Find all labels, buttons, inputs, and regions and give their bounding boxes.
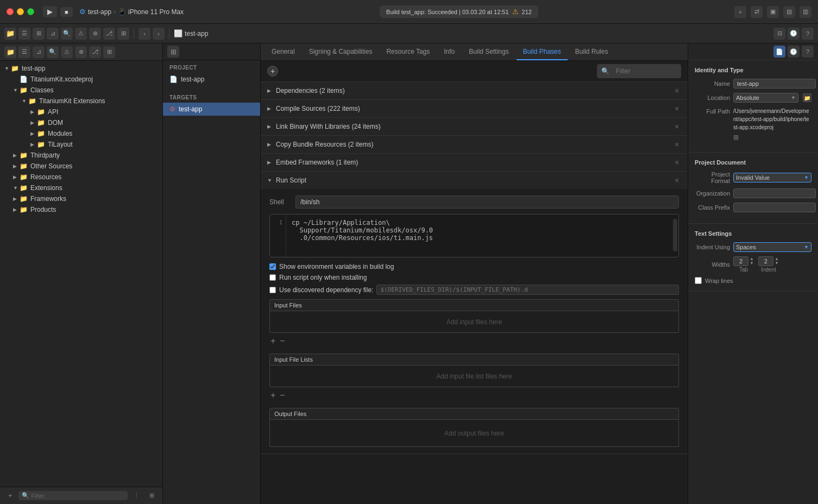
sidebar-item-frameworks[interactable]: ▶ 📁 Frameworks xyxy=(0,193,162,204)
tab-build-rules[interactable]: Build Rules xyxy=(569,43,615,60)
use-dependency-checkbox[interactable] xyxy=(269,287,276,293)
sidebar-item-classes[interactable]: ▼ 📁 Classes xyxy=(0,85,162,96)
run-button[interactable]: ▶ xyxy=(43,6,57,17)
sidebar-warning-icon[interactable]: ⚠ xyxy=(61,46,73,58)
tab-down-arrow-icon[interactable]: ▼ xyxy=(750,261,754,266)
sidebar-item-thirdparty[interactable]: ▶ 📁 Thirdparty xyxy=(0,150,162,161)
sidebar-item-modules[interactable]: ▶ 📁 Modules xyxy=(0,128,162,139)
sidebar-filter-box[interactable]: 🔍 Filter xyxy=(18,491,128,500)
stop-button[interactable]: ■ xyxy=(60,7,73,17)
layout3-icon[interactable]: ▥ xyxy=(800,6,811,18)
phase-dependencies-header[interactable]: ▶ Dependencies (2 items) × xyxy=(261,82,688,99)
tab-general[interactable]: General xyxy=(265,43,301,60)
project-format-select[interactable]: Invalid Value ▼ xyxy=(733,173,811,182)
phase-close-icon[interactable]: × xyxy=(672,86,681,95)
organization-input[interactable] xyxy=(733,188,816,198)
sidebar-grid-icon[interactable]: ⊞ xyxy=(103,46,115,58)
script-scrollbar[interactable] xyxy=(673,219,677,251)
nav-back-icon[interactable]: ‹ xyxy=(139,28,150,40)
folder-nav-icon[interactable]: 📁 xyxy=(4,28,16,40)
nav-target-item[interactable]: ⚙ test-app xyxy=(163,103,260,116)
sidebar-list-icon[interactable]: ☰ xyxy=(18,46,30,58)
phase-close-icon[interactable]: × xyxy=(672,104,681,113)
wrap-lines-checkbox[interactable] xyxy=(695,277,702,284)
dependency-path-input[interactable] xyxy=(376,285,679,295)
tab-info[interactable]: Info xyxy=(437,43,461,60)
sidebar-item-products[interactable]: ▶ 📁 Products xyxy=(0,204,162,215)
sidebar-item-tilayout[interactable]: ▶ 📁 TiLayout xyxy=(0,139,162,150)
filter-icon[interactable]: ⊿ xyxy=(47,28,59,40)
nav-forward-icon[interactable]: › xyxy=(153,28,165,40)
sidebar-folder-icon[interactable]: 📁 xyxy=(4,46,16,58)
show-env-checkbox[interactable] xyxy=(269,263,276,270)
sort-button[interactable]: ⋮ xyxy=(130,490,143,501)
fullscreen-button[interactable] xyxy=(27,8,34,15)
browse-button[interactable]: 📁 xyxy=(803,93,811,102)
tab-width-input[interactable] xyxy=(733,256,748,266)
sidebar-error-icon[interactable]: ⊗ xyxy=(75,46,87,58)
sidebar-item-api[interactable]: ▶ 📁 API xyxy=(0,106,162,117)
hierarchy-icon[interactable]: ⊞ xyxy=(33,28,45,40)
sidebar-item-titaniumkit-ext[interactable]: ▼ 📁 TitaniumKit Extensions xyxy=(0,96,162,106)
layout2-icon[interactable]: ▤ xyxy=(783,6,795,18)
nav-grid-icon[interactable]: ⊞ xyxy=(167,46,179,58)
phase-link-header[interactable]: ▶ Link Binary With Libraries (24 items) … xyxy=(261,118,688,135)
grid-icon[interactable]: ⊞ xyxy=(117,28,129,40)
location-select[interactable]: Absolute ▼ xyxy=(733,93,798,103)
class-prefix-input[interactable] xyxy=(733,203,816,212)
search-icon[interactable]: 🔍 xyxy=(61,28,73,40)
phase-copy-header[interactable]: ▶ Copy Bundle Resources (2 items) × xyxy=(261,136,688,153)
phase-close-icon[interactable]: × xyxy=(672,158,681,167)
inspector-panel-icon[interactable]: ⊟ xyxy=(773,28,785,40)
indent-using-select[interactable]: Spaces ▼ xyxy=(733,242,811,252)
sidebar-item-resources[interactable]: ▶ 📁 Resources xyxy=(0,172,162,182)
warning-filter-icon[interactable]: ⚠ xyxy=(75,28,87,40)
tab-build-settings[interactable]: Build Settings xyxy=(462,43,515,60)
name-input[interactable] xyxy=(733,79,816,89)
error-filter-icon[interactable]: ⊗ xyxy=(89,28,101,40)
branch-icon[interactable]: ⎇ xyxy=(103,28,115,40)
phase-compile-header[interactable]: ▶ Compile Sources (222 items) × xyxy=(261,100,688,117)
nav-project-item[interactable]: 📄 test-app xyxy=(163,73,260,86)
tab-build-phases[interactable]: Build Phases xyxy=(517,43,568,60)
tab-resource-tags[interactable]: Resource Tags xyxy=(380,43,436,60)
phase-close-icon[interactable]: × xyxy=(672,176,681,185)
layout1-icon[interactable]: ▣ xyxy=(767,6,779,18)
add-input-file-button[interactable]: + xyxy=(269,336,276,346)
sidebar-item-dom[interactable]: ▶ 📁 DOM xyxy=(0,117,162,128)
reveal-in-finder-icon[interactable]: ⊞ xyxy=(733,134,739,141)
close-button[interactable] xyxy=(7,8,14,15)
sidebar-filter-icon[interactable]: ⊿ xyxy=(33,46,45,58)
add-button[interactable]: + xyxy=(734,6,746,18)
remove-input-list-button[interactable]: − xyxy=(279,390,286,400)
script-editor[interactable]: 1 cp ~/Library/Application\ Support/Tita… xyxy=(269,214,679,257)
hierarchy-button[interactable]: ⊞ xyxy=(146,490,158,501)
phase-run-script-header[interactable]: ▼ Run Script × xyxy=(261,172,688,189)
clock-icon[interactable]: 🕐 xyxy=(788,28,800,40)
sidebar-item-extensions[interactable]: ▼ 📁 Extensions xyxy=(0,182,162,193)
swap-icon[interactable]: ⇄ xyxy=(751,6,763,18)
help-icon[interactable]: ? xyxy=(802,28,814,40)
sidebar-item-test-app-root[interactable]: ▼ 📁 test-app xyxy=(0,63,162,74)
rp-clock-icon[interactable]: 🕐 xyxy=(788,46,800,58)
add-phase-button[interactable]: + xyxy=(267,66,278,77)
remove-input-file-button[interactable]: − xyxy=(279,336,286,346)
add-file-button[interactable]: + xyxy=(4,490,16,501)
shell-input[interactable] xyxy=(295,196,679,209)
sidebar-item-titaniumkit[interactable]: ▶ 📄 TitaniumKit.xcodeproj xyxy=(0,74,162,85)
phase-close-icon[interactable]: × xyxy=(672,140,681,149)
sidebar-search-icon[interactable]: 🔍 xyxy=(47,46,59,58)
list-view-icon[interactable]: ☰ xyxy=(18,28,30,40)
minimize-button[interactable] xyxy=(17,8,24,15)
tab-signing[interactable]: Signing & Capabilities xyxy=(303,43,379,60)
sidebar-item-other-sources[interactable]: ▶ 📁 Other Sources xyxy=(0,161,162,172)
sidebar-branch-icon[interactable]: ⎇ xyxy=(89,46,101,58)
add-input-list-button[interactable]: + xyxy=(269,390,276,400)
indent-width-input[interactable] xyxy=(758,256,773,266)
run-when-installing-checkbox[interactable] xyxy=(269,274,276,281)
phase-embed-header[interactable]: ▶ Embed Frameworks (1 item) × xyxy=(261,154,688,171)
rp-help-icon[interactable]: ? xyxy=(802,46,814,58)
phase-close-icon[interactable]: × xyxy=(672,122,681,131)
rp-file-icon[interactable]: 📄 xyxy=(773,46,785,58)
indent-down-arrow-icon[interactable]: ▼ xyxy=(775,261,779,266)
